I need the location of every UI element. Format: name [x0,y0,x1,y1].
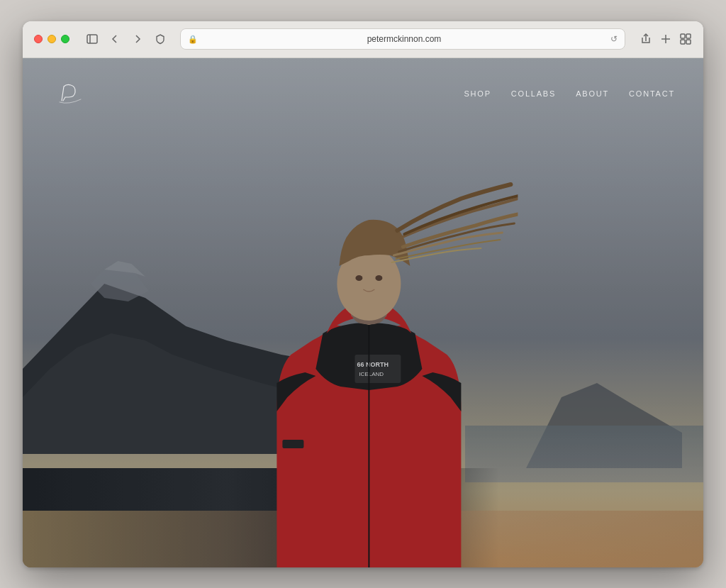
refresh-icon[interactable]: ↺ [610,34,618,44]
browser-chrome: 🔒 petermckinnon.com ↺ [23,21,703,58]
address-bar[interactable]: 🔒 petermckinnon.com ↺ [180,28,625,50]
svg-rect-6 [686,34,691,38]
browser-window: 🔒 petermckinnon.com ↺ [23,21,703,567]
back-button[interactable] [106,32,123,46]
sidebar-toggle[interactable] [84,32,101,46]
browser-right-controls [640,33,692,45]
shield-icon [155,33,166,45]
browser-controls [84,32,146,46]
svg-rect-5 [681,34,685,38]
nav-contact[interactable]: CONTACT [629,89,675,98]
close-button[interactable] [34,35,43,43]
svg-rect-0 [87,35,97,43]
new-tab-button[interactable] [659,33,672,45]
nav-links: SHOP COLLABS ABOUT CONTACT [464,89,675,98]
hero-overlay [23,58,703,567]
website-content: 66 NORTH ICELAND [23,58,703,567]
svg-rect-8 [686,40,691,44]
nav-about[interactable]: ABOUT [576,89,609,98]
lock-icon: 🔒 [188,35,198,44]
nav-collabs[interactable]: COLLABS [511,89,556,98]
url-text: petermckinnon.com [202,34,606,44]
minimize-button[interactable] [48,35,56,43]
tab-overview-button[interactable] [679,33,692,45]
site-nav: SHOP COLLABS ABOUT CONTACT [23,58,703,130]
traffic-lights [34,35,69,43]
site-logo[interactable] [51,78,94,110]
svg-rect-7 [681,40,685,44]
share-button[interactable] [640,33,652,45]
nav-shop[interactable]: SHOP [464,89,491,98]
maximize-button[interactable] [61,35,69,43]
forward-button[interactable] [129,32,146,46]
